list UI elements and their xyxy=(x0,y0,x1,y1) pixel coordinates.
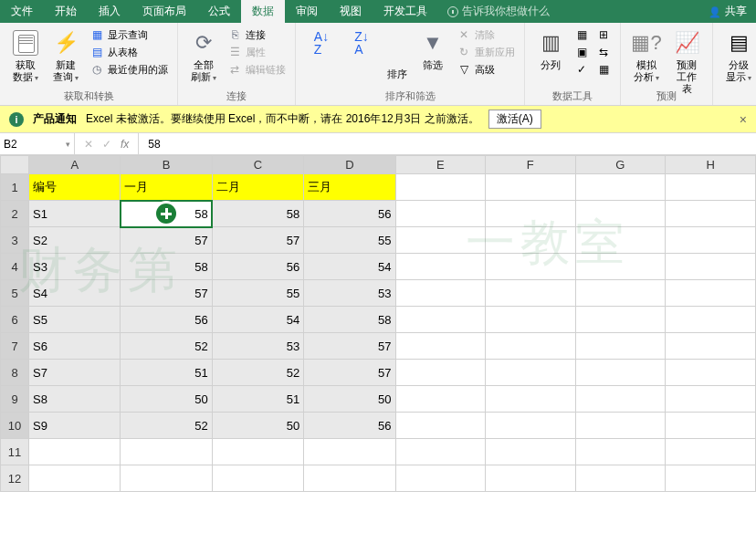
cell[interactable] xyxy=(575,201,666,227)
cell[interactable] xyxy=(395,174,486,201)
filter-button[interactable]: ▼ 筛选 xyxy=(415,26,451,73)
cell[interactable] xyxy=(666,280,756,307)
menu-tab-1[interactable]: 开始 xyxy=(44,0,88,23)
col-header[interactable]: D xyxy=(304,156,395,174)
menu-tab-6[interactable]: 审阅 xyxy=(285,0,329,23)
cell[interactable] xyxy=(486,360,575,386)
cell[interactable]: 58 xyxy=(121,201,212,227)
flash-fill-button[interactable]: ▦ xyxy=(572,26,591,43)
from-table-button[interactable]: ▤从表格 xyxy=(88,44,170,60)
menu-tab-7[interactable]: 视图 xyxy=(329,0,373,23)
cell[interactable]: 55 xyxy=(304,227,395,254)
cell[interactable] xyxy=(212,439,303,465)
cell[interactable] xyxy=(395,413,486,439)
row-header[interactable]: 2 xyxy=(1,201,29,227)
cell[interactable]: 56 xyxy=(121,307,212,333)
cell[interactable] xyxy=(212,465,303,492)
cell[interactable] xyxy=(575,227,666,254)
formula-input[interactable] xyxy=(139,133,756,154)
menu-tab-5[interactable]: 数据 xyxy=(241,0,285,23)
cell[interactable]: S1 xyxy=(29,201,121,227)
row-header[interactable]: 8 xyxy=(1,360,29,386)
cell[interactable]: 58 xyxy=(304,307,395,333)
row-header[interactable]: 7 xyxy=(1,333,29,360)
cell[interactable]: 57 xyxy=(304,333,395,360)
sort-button[interactable]: 排序 xyxy=(383,26,411,82)
cell[interactable]: S3 xyxy=(29,254,121,280)
cell[interactable]: S2 xyxy=(29,227,121,254)
whatif-button[interactable]: ▦? 模拟分析 xyxy=(628,26,665,85)
cell[interactable]: 56 xyxy=(304,201,395,227)
row-header[interactable]: 1 xyxy=(1,174,29,201)
outline-button[interactable]: ▤ 分级显示 xyxy=(720,26,756,85)
cell[interactable]: 51 xyxy=(121,360,212,386)
text-to-columns-button[interactable]: ▥ 分列 xyxy=(532,26,569,73)
cell[interactable]: 58 xyxy=(212,201,303,227)
spreadsheet-grid[interactable]: 财务第 一教室 ABCDEFGH1编号一月二月三月2S15858563S2575… xyxy=(0,155,756,492)
cell[interactable] xyxy=(666,465,756,492)
cell[interactable]: S4 xyxy=(29,280,121,307)
cell[interactable] xyxy=(395,333,486,360)
cell[interactable]: S6 xyxy=(29,333,121,360)
cell[interactable] xyxy=(666,413,756,439)
cell[interactable] xyxy=(486,333,575,360)
confirm-icon[interactable]: ✓ xyxy=(102,138,111,151)
cell[interactable]: 52 xyxy=(121,333,212,360)
cell[interactable] xyxy=(486,386,575,413)
cell[interactable] xyxy=(486,227,575,254)
relation-button[interactable]: ⇆ xyxy=(594,44,613,60)
share-button[interactable]: 共享 xyxy=(709,0,747,23)
cell[interactable] xyxy=(486,201,575,227)
refresh-all-button[interactable]: ⟳ 全部刷新 xyxy=(185,26,222,85)
activate-button[interactable]: 激活(A) xyxy=(488,110,541,129)
forecast-button[interactable]: 📈 预测 工作表 xyxy=(668,26,705,98)
cell[interactable] xyxy=(486,465,575,492)
cell[interactable] xyxy=(486,280,575,307)
row-header[interactable]: 5 xyxy=(1,280,29,307)
manage-model-button[interactable]: ▦ xyxy=(594,61,613,78)
cancel-icon[interactable]: ✕ xyxy=(84,138,93,151)
reapply-button[interactable]: ↻重新应用 xyxy=(455,44,517,60)
close-icon[interactable]: × xyxy=(740,112,747,127)
cell[interactable]: S5 xyxy=(29,307,121,333)
cell[interactable]: 51 xyxy=(212,386,303,413)
row-header[interactable]: 10 xyxy=(1,413,29,439)
col-header[interactable]: C xyxy=(212,156,303,174)
cell[interactable] xyxy=(395,307,486,333)
cell[interactable]: 54 xyxy=(304,254,395,280)
menu-tab-8[interactable]: 开发工具 xyxy=(373,0,438,23)
tell-me[interactable]: 告诉我你想做什么 xyxy=(447,0,550,23)
cell[interactable]: 二月 xyxy=(212,174,303,201)
cell[interactable] xyxy=(304,465,395,492)
cell[interactable] xyxy=(395,280,486,307)
cell[interactable] xyxy=(486,307,575,333)
clear-filter-button[interactable]: ✕清除 xyxy=(455,26,517,43)
connections-button[interactable]: ⎘连接 xyxy=(226,26,288,43)
cell[interactable] xyxy=(575,465,666,492)
cell[interactable]: 56 xyxy=(212,254,303,280)
cell[interactable]: 52 xyxy=(121,413,212,439)
consolidate-button[interactable]: ⊞ xyxy=(594,26,613,43)
cell[interactable]: 57 xyxy=(212,227,303,254)
new-query-button[interactable]: ⚡ 新建 查询 xyxy=(47,26,84,85)
row-header[interactable]: 4 xyxy=(1,254,29,280)
cell[interactable]: 50 xyxy=(212,413,303,439)
show-queries-button[interactable]: ▦显示查询 xyxy=(88,26,170,43)
row-header[interactable]: 9 xyxy=(1,386,29,413)
edit-links-button[interactable]: ⇄编辑链接 xyxy=(226,61,288,78)
cell[interactable] xyxy=(121,439,212,465)
recent-sources-button[interactable]: ◷最近使用的源 xyxy=(88,61,170,78)
cell[interactable] xyxy=(666,386,756,413)
cell[interactable] xyxy=(575,386,666,413)
cell[interactable]: 57 xyxy=(121,227,212,254)
cell[interactable] xyxy=(575,254,666,280)
cell[interactable]: 53 xyxy=(304,280,395,307)
menu-tab-0[interactable]: 文件 xyxy=(0,0,44,23)
cell[interactable] xyxy=(395,201,486,227)
cell[interactable] xyxy=(666,174,756,201)
row-header[interactable]: 6 xyxy=(1,307,29,333)
cell[interactable] xyxy=(304,439,395,465)
cell[interactable]: 50 xyxy=(121,386,212,413)
get-data-button[interactable]: 获取 数据 xyxy=(7,26,44,85)
cell[interactable] xyxy=(486,413,575,439)
